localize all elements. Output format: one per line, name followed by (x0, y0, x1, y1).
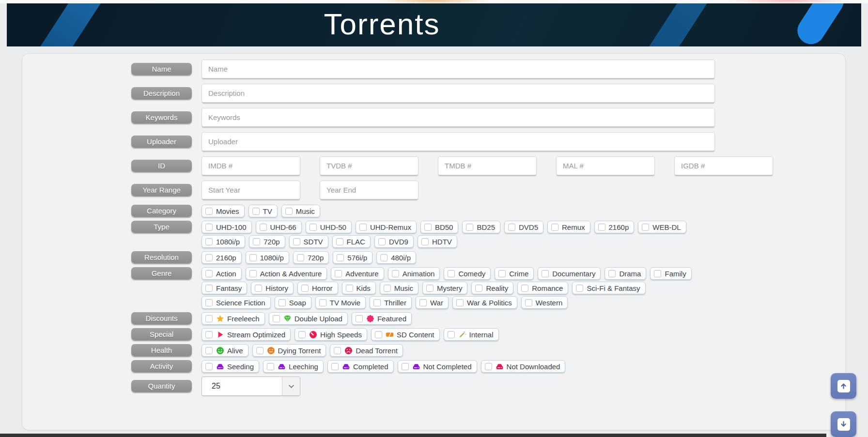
checkbox[interactable] (402, 363, 409, 370)
checkbox[interactable] (378, 238, 386, 245)
checkbox-chip-soap[interactable]: Soap (275, 296, 311, 309)
checkbox[interactable] (384, 285, 391, 292)
checkbox[interactable] (337, 254, 344, 261)
checkbox-chip-720p[interactable]: 720p (249, 235, 285, 248)
checkbox-chip-kids[interactable]: Kids (342, 282, 376, 294)
checkbox-chip-action-adventure[interactable]: Action & Adventure (246, 267, 327, 280)
checkbox[interactable] (375, 331, 382, 338)
checkbox[interactable] (301, 285, 309, 292)
checkbox-chip-reality[interactable]: Reality (471, 282, 513, 294)
checkbox-chip-2160p[interactable]: 2160p (202, 251, 242, 264)
checkbox[interactable] (249, 254, 257, 261)
checkbox[interactable] (205, 363, 213, 370)
checkbox[interactable] (205, 315, 213, 322)
checkbox[interactable] (279, 299, 286, 306)
checkbox[interactable] (335, 270, 342, 277)
checkbox[interactable] (205, 208, 213, 215)
checkbox-chip-sci-fi-fantasy[interactable]: Sci-Fi & Fantasy (572, 282, 645, 294)
checkbox-chip-horror[interactable]: Horror (297, 282, 338, 294)
checkbox-chip-flac[interactable]: FLAC (332, 235, 371, 248)
checkbox[interactable] (373, 299, 381, 306)
checkbox[interactable] (252, 208, 260, 215)
checkbox-chip-stream-optimized[interactable]: Stream Optimized (202, 328, 291, 341)
checkbox-chip-720p[interactable]: 720p (293, 251, 329, 264)
tvdb-id-input[interactable] (320, 156, 418, 175)
checkbox[interactable] (542, 270, 549, 277)
checkbox-chip-science-fiction[interactable]: Science Fiction (202, 296, 271, 309)
checkbox-chip-remux[interactable]: Remux (547, 221, 590, 233)
checkbox-chip-dead-torrent[interactable]: Dead Torrent (330, 344, 403, 357)
checkbox-chip-uhd-remux[interactable]: UHD-Remux (356, 221, 417, 233)
checkbox[interactable] (576, 285, 583, 292)
checkbox[interactable] (608, 270, 616, 277)
checkbox-chip-dvd9[interactable]: DVD9 (374, 235, 414, 248)
quantity-select[interactable]: 25 (202, 377, 300, 396)
checkbox-chip-thriller[interactable]: Thriller (370, 296, 412, 309)
checkbox-chip-western[interactable]: Western (521, 296, 568, 309)
checkbox[interactable] (205, 224, 213, 231)
uploader-input[interactable] (202, 132, 715, 151)
checkbox[interactable] (466, 224, 473, 231)
mal-id-input[interactable] (556, 156, 655, 175)
checkbox[interactable] (334, 347, 341, 354)
checkbox-chip-comedy[interactable]: Comedy (444, 267, 491, 280)
description-input[interactable] (202, 84, 715, 103)
checkbox[interactable] (551, 224, 558, 231)
checkbox-chip-uhd-100[interactable]: UHD-100 (202, 221, 252, 233)
checkbox-chip-crime[interactable]: Crime (495, 267, 534, 280)
checkbox[interactable] (525, 299, 532, 306)
checkbox-chip-not-downloaded[interactable]: Not Downloaded (481, 360, 566, 373)
checkbox-chip-fantasy[interactable]: Fantasy (202, 282, 247, 294)
checkbox-chip-history[interactable]: History (251, 282, 294, 294)
checkbox[interactable] (336, 238, 343, 245)
checkbox[interactable] (642, 224, 649, 231)
checkbox-chip-war-politics[interactable]: War & Politics (452, 296, 517, 309)
scroll-to-top-button[interactable] (831, 373, 856, 399)
checkbox[interactable] (598, 224, 605, 231)
checkbox-chip-animation[interactable]: Animation (388, 267, 440, 280)
checkbox-chip-high-speeds[interactable]: High Speeds (294, 328, 367, 341)
checkbox-chip-movies[interactable]: Movies (202, 205, 245, 217)
checkbox-chip-adventure[interactable]: Adventure (331, 267, 384, 280)
checkbox[interactable] (508, 224, 515, 231)
checkbox[interactable] (260, 224, 267, 231)
checkbox-chip-not-completed[interactable]: Not Completed (398, 360, 477, 373)
checkbox-chip-web-dl[interactable]: WEB-DL (638, 221, 686, 233)
tmdb-id-input[interactable] (438, 156, 537, 175)
checkbox-chip-music[interactable]: Music (281, 205, 320, 217)
checkbox-chip-dvd5[interactable]: DVD5 (504, 221, 543, 233)
checkbox[interactable] (255, 285, 262, 292)
checkbox-chip-tv[interactable]: TV (248, 205, 278, 217)
igdb-id-input[interactable] (674, 156, 773, 175)
checkbox-chip-1080i-p[interactable]: 1080i/p (246, 251, 289, 264)
checkbox[interactable] (273, 315, 280, 322)
checkbox[interactable] (359, 224, 367, 231)
checkbox[interactable] (256, 347, 264, 354)
checkbox-chip-uhd-66[interactable]: UHD-66 (256, 221, 302, 233)
checkbox[interactable] (253, 238, 260, 245)
checkbox[interactable] (205, 347, 213, 354)
checkbox[interactable] (249, 270, 257, 277)
checkbox[interactable] (448, 270, 455, 277)
checkbox-chip-hdtv[interactable]: HDTV (418, 235, 457, 248)
checkbox[interactable] (293, 238, 300, 245)
checkbox[interactable] (498, 270, 506, 277)
checkbox-chip-romance[interactable]: Romance (517, 282, 568, 294)
checkbox[interactable] (392, 270, 399, 277)
checkbox[interactable] (205, 285, 213, 292)
checkbox-chip-2160p[interactable]: 2160p (594, 221, 635, 233)
checkbox[interactable] (310, 224, 317, 231)
checkbox-chip-alive[interactable]: Alive (202, 344, 248, 357)
checkbox[interactable] (380, 254, 388, 261)
checkbox[interactable] (485, 363, 492, 370)
name-input[interactable] (202, 60, 715, 78)
checkbox-chip-internal[interactable]: Internal (444, 328, 499, 341)
checkbox-chip-bd50[interactable]: BD50 (420, 221, 459, 233)
checkbox-chip-double-upload[interactable]: Double Upload (269, 312, 348, 325)
checkbox-chip-action[interactable]: Action (202, 267, 242, 280)
checkbox[interactable] (654, 270, 661, 277)
checkbox[interactable] (298, 331, 306, 338)
checkbox-chip-leeching[interactable]: Leeching (263, 360, 324, 373)
checkbox[interactable] (331, 363, 339, 370)
checkbox[interactable] (419, 299, 427, 306)
